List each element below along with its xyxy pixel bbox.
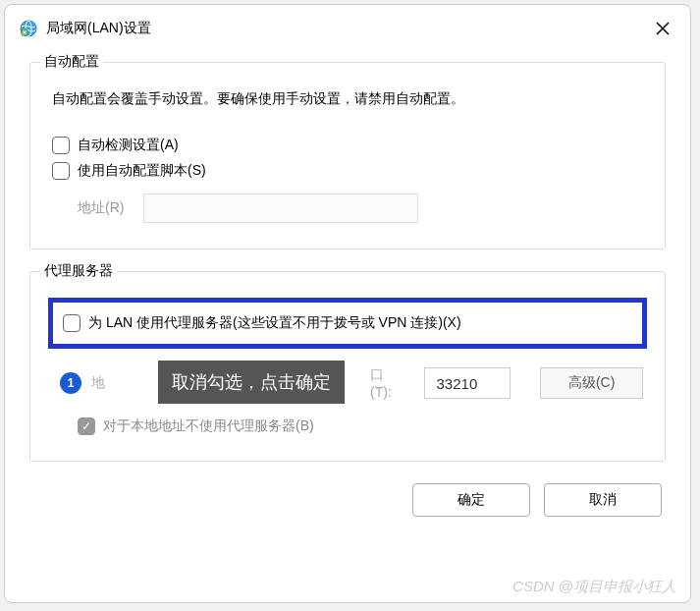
use-script-label: 使用自动配置脚本(S)	[78, 162, 206, 180]
auto-detect-label: 自动检测设置(A)	[78, 137, 179, 154]
advanced-button[interactable]: 高级(C)	[540, 367, 643, 399]
proxy-port-label: 口(T):	[370, 366, 403, 400]
use-proxy-row[interactable]: 为 LAN 使用代理服务器(这些设置不用于拨号或 VPN 连接)(X)	[63, 314, 632, 332]
globe-icon	[19, 19, 38, 38]
proxy-addr-frag: 地	[91, 374, 105, 392]
bypass-local-row: 对于本地地址不使用代理服务器(B)	[78, 417, 643, 435]
lan-settings-dialog: 局域网(LAN)设置 自动配置 自动配置会覆盖手动设置。要确保使用手动设置，请禁…	[4, 4, 691, 603]
titlebar: 局域网(LAN)设置	[5, 5, 690, 52]
dialog-content: 自动配置 自动配置会覆盖手动设置。要确保使用手动设置，请禁用自动配置。 自动检测…	[5, 52, 690, 536]
proxy-group-label: 代理服务器	[40, 262, 117, 280]
watermark: CSDN @项目申报小狂人	[512, 578, 676, 596]
use-proxy-label: 为 LAN 使用代理服务器(这些设置不用于拨号或 VPN 连接)(X)	[88, 314, 461, 332]
close-button[interactable]	[649, 15, 676, 42]
close-icon	[656, 22, 670, 35]
auto-config-group-label: 自动配置	[40, 53, 103, 71]
auto-config-group: 自动配置 自动配置会覆盖手动设置。要确保使用手动设置，请禁用自动配置。 自动检测…	[29, 62, 666, 250]
bypass-local-label: 对于本地地址不使用代理服务器(B)	[103, 417, 314, 435]
use-proxy-checkbox[interactable]	[63, 314, 81, 332]
proxy-highlight-box: 为 LAN 使用代理服务器(这些设置不用于拨号或 VPN 连接)(X)	[48, 298, 647, 349]
dialog-button-row: 确定 取消	[29, 483, 666, 517]
proxy-address-row: 1 地 取消勾选，点击确定 口(T): 33210 高级(C)	[52, 366, 643, 400]
bypass-local-checkbox	[78, 417, 95, 435]
auto-config-description: 自动配置会覆盖手动设置。要确保使用手动设置，请禁用自动配置。	[52, 88, 643, 109]
script-address-label: 地址(R)	[78, 199, 124, 217]
cancel-button[interactable]: 取消	[544, 483, 662, 517]
proxy-port-input[interactable]: 33210	[424, 367, 512, 399]
auto-detect-checkbox[interactable]	[52, 137, 70, 154]
use-script-checkbox[interactable]	[52, 162, 70, 180]
ok-button[interactable]: 确定	[412, 483, 530, 517]
proxy-group: 代理服务器 为 LAN 使用代理服务器(这些设置不用于拨号或 VPN 连接)(X…	[29, 271, 666, 462]
script-address-input[interactable]	[143, 194, 418, 223]
dialog-title: 局域网(LAN)设置	[46, 20, 641, 37]
use-script-row[interactable]: 使用自动配置脚本(S)	[52, 162, 643, 180]
script-address-row: 地址(R)	[78, 194, 643, 223]
auto-detect-row[interactable]: 自动检测设置(A)	[52, 137, 643, 154]
annotation-callout: 取消勾选，点击确定	[158, 361, 345, 404]
annotation-badge: 1	[60, 372, 81, 394]
